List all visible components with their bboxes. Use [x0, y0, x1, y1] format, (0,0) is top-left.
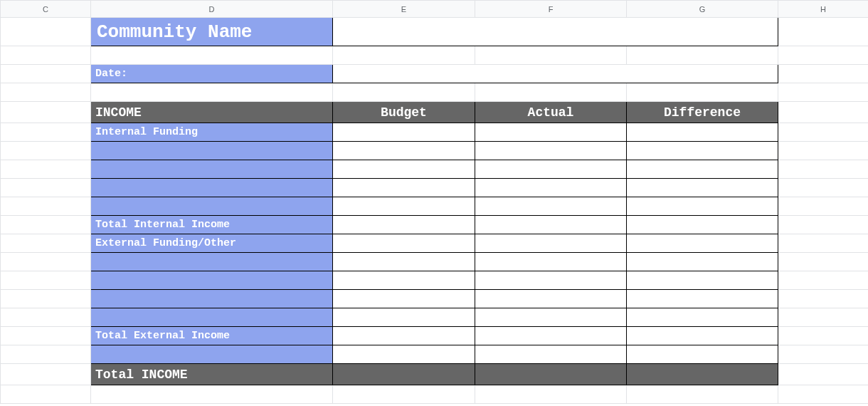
budget-cell[interactable] [333, 290, 475, 308]
cell[interactable] [778, 83, 869, 102]
cell[interactable] [333, 83, 475, 102]
cell[interactable] [1, 102, 91, 123]
cell[interactable] [1, 179, 91, 197]
cell[interactable] [627, 385, 778, 404]
actual-cell[interactable] [475, 271, 627, 290]
budget-cell[interactable] [333, 179, 475, 197]
col-header-h[interactable]: H [778, 1, 869, 18]
cell[interactable] [1, 327, 91, 345]
budget-cell[interactable] [333, 123, 475, 142]
external-funding-label[interactable]: External Funding/Other [91, 234, 333, 253]
difference-cell[interactable] [627, 234, 778, 253]
cell[interactable] [778, 216, 869, 234]
cell[interactable] [778, 234, 869, 253]
cell[interactable] [627, 83, 778, 102]
actual-total-cell[interactable] [475, 364, 627, 385]
cell[interactable] [778, 253, 869, 271]
cell[interactable] [1, 308, 91, 327]
actual-cell[interactable] [475, 345, 627, 364]
actual-cell[interactable] [475, 290, 627, 308]
date-label[interactable]: Date: [91, 65, 333, 83]
cell[interactable] [91, 83, 333, 102]
actual-cell[interactable] [475, 234, 627, 253]
cell[interactable] [1, 345, 91, 364]
cell[interactable] [1, 123, 91, 142]
cell[interactable] [778, 179, 869, 197]
budget-cell[interactable] [333, 197, 475, 216]
col-header-g[interactable]: G [627, 1, 778, 18]
cell[interactable] [1, 18, 91, 46]
income-header-label[interactable]: INCOME [91, 102, 333, 123]
row-label[interactable] [91, 179, 333, 197]
row-label[interactable] [91, 290, 333, 308]
actual-cell[interactable] [475, 253, 627, 271]
cell[interactable] [475, 46, 627, 65]
col-header-e[interactable]: E [333, 1, 475, 18]
cell[interactable] [778, 18, 869, 46]
internal-funding-label[interactable]: Internal Funding [91, 123, 333, 142]
budget-cell[interactable] [333, 345, 475, 364]
cell[interactable] [475, 83, 627, 102]
budget-cell[interactable] [333, 327, 475, 345]
cell[interactable] [1, 385, 91, 404]
actual-cell[interactable] [475, 216, 627, 234]
row-label[interactable] [91, 160, 333, 179]
cell[interactable] [627, 46, 778, 65]
budget-total-cell[interactable] [333, 364, 475, 385]
difference-cell[interactable] [627, 345, 778, 364]
cell[interactable] [778, 271, 869, 290]
community-name-value[interactable] [333, 18, 778, 46]
cell[interactable] [475, 385, 627, 404]
budget-cell[interactable] [333, 142, 475, 160]
actual-cell[interactable] [475, 179, 627, 197]
cell[interactable] [1, 216, 91, 234]
cell[interactable] [778, 142, 869, 160]
date-value[interactable] [333, 65, 778, 83]
budget-header[interactable]: Budget [333, 102, 475, 123]
cell[interactable] [1, 160, 91, 179]
row-label[interactable] [91, 253, 333, 271]
cell[interactable] [778, 197, 869, 216]
cell[interactable] [91, 385, 333, 404]
difference-cell[interactable] [627, 123, 778, 142]
total-external-label[interactable]: Total External Income [91, 327, 333, 345]
budget-cell[interactable] [333, 271, 475, 290]
cell[interactable] [778, 290, 869, 308]
cell[interactable] [778, 308, 869, 327]
cell[interactable] [778, 46, 869, 65]
cell[interactable] [778, 385, 869, 404]
cell[interactable] [1, 253, 91, 271]
cell[interactable] [778, 345, 869, 364]
budget-cell[interactable] [333, 234, 475, 253]
difference-cell[interactable] [627, 179, 778, 197]
actual-cell[interactable] [475, 308, 627, 327]
difference-total-cell[interactable] [627, 364, 778, 385]
difference-header[interactable]: Difference [627, 102, 778, 123]
difference-cell[interactable] [627, 308, 778, 327]
cell[interactable] [1, 271, 91, 290]
cell[interactable] [333, 46, 475, 65]
budget-cell[interactable] [333, 216, 475, 234]
cell[interactable] [778, 327, 869, 345]
actual-cell[interactable] [475, 327, 627, 345]
actual-header[interactable]: Actual [475, 102, 627, 123]
col-header-f[interactable]: F [475, 1, 627, 18]
difference-cell[interactable] [627, 327, 778, 345]
col-header-d[interactable]: D [91, 1, 333, 18]
spreadsheet-grid[interactable]: C D E F G H Community Name Date: [0, 0, 868, 404]
cell[interactable] [1, 83, 91, 102]
cell[interactable] [778, 160, 869, 179]
difference-cell[interactable] [627, 197, 778, 216]
actual-cell[interactable] [475, 123, 627, 142]
total-income-label[interactable]: Total INCOME [91, 364, 333, 385]
community-name-title[interactable]: Community Name [91, 18, 333, 46]
actual-cell[interactable] [475, 142, 627, 160]
budget-cell[interactable] [333, 253, 475, 271]
row-label[interactable] [91, 197, 333, 216]
difference-cell[interactable] [627, 160, 778, 179]
total-internal-label[interactable]: Total Internal Income [91, 216, 333, 234]
cell[interactable] [1, 65, 91, 83]
cell[interactable] [91, 46, 333, 65]
cell[interactable] [778, 123, 869, 142]
row-label[interactable] [91, 271, 333, 290]
